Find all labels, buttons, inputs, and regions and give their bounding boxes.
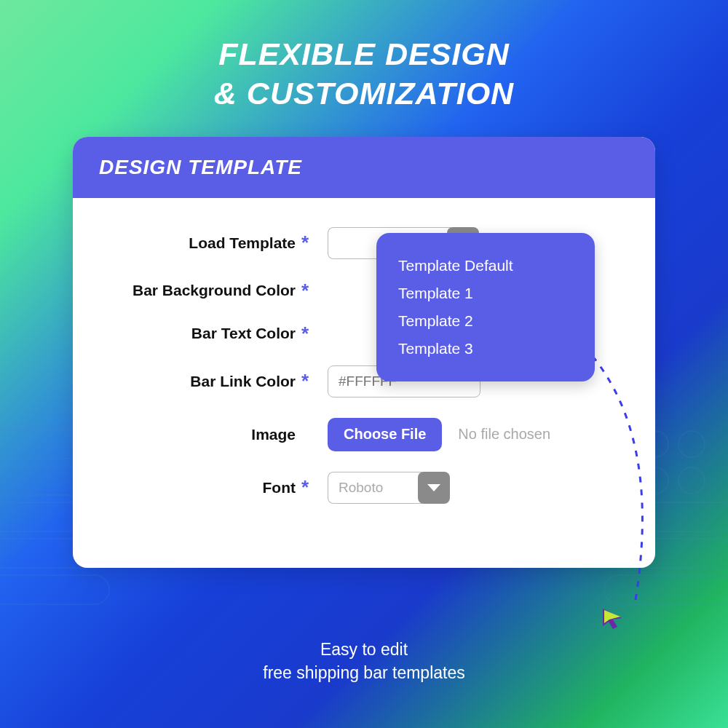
page-heading: FLEXIBLE DESIGN & CUSTOMIZATION [0,0,728,114]
heading-line-1: FLEXIBLE DESIGN [0,35,728,74]
label-bar-bg-color: Bar Background Color [105,282,301,299]
template-dropdown-menu: Template Default Template 1 Template 2 T… [376,233,595,381]
dropdown-option[interactable]: Template 2 [398,307,566,335]
caption-line-2: free shipping bar templates [0,661,728,684]
label-font: Font [105,479,301,496]
cursor-icon [600,606,626,632]
caption: Easy to edit free shipping bar templates [0,638,728,684]
dropdown-option[interactable]: Template 3 [398,335,566,363]
font-select[interactable]: Roboto [328,472,450,504]
choose-file-button[interactable]: Choose File [328,418,442,451]
svg-point-7 [678,431,705,457]
dropdown-option[interactable]: Template 1 [398,280,566,307]
required-icon: * [301,280,314,302]
dropdown-option[interactable]: Template Default [398,252,566,280]
font-value: Roboto [328,472,422,504]
required-icon: * [301,323,314,345]
required-icon: * [301,370,314,392]
heading-line-2: & CUSTOMIZATION [0,74,728,114]
card-title: DESIGN TEMPLATE [73,137,655,198]
caption-line-1: Easy to edit [0,638,728,661]
svg-point-10 [678,467,705,494]
label-bar-text-color: Bar Text Color [105,325,301,342]
label-image: Image [105,426,301,443]
chevron-down-icon[interactable] [418,472,450,504]
label-load-template: Load Template [105,234,301,252]
required-icon: * [301,232,314,254]
required-icon: * [301,476,314,499]
label-bar-link-color: Bar Link Color [105,373,301,390]
svg-rect-4 [0,575,109,604]
